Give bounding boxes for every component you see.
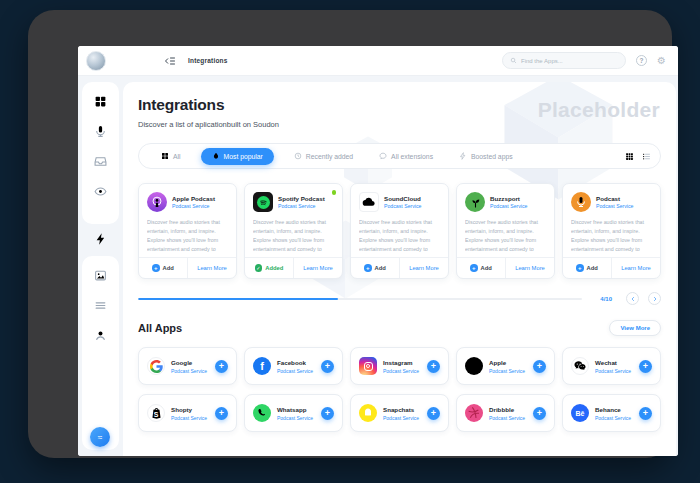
view-more-button[interactable]: View More bbox=[609, 320, 661, 336]
app-tile-snapchats[interactable]: Snapchats Podcast Service + bbox=[350, 394, 449, 432]
list-view-icon[interactable] bbox=[642, 152, 651, 161]
progress-fill bbox=[138, 298, 338, 300]
check-icon: ✓ bbox=[255, 264, 263, 272]
help-icon[interactable]: ? bbox=[636, 55, 647, 66]
gear-icon[interactable]: ⚙ bbox=[657, 56, 666, 66]
facebook-logo-icon: f bbox=[253, 357, 271, 375]
apple-podcast-logo-icon bbox=[147, 192, 167, 212]
learn-more-button[interactable]: Learn More bbox=[188, 258, 236, 278]
whatsapp-logo-icon bbox=[253, 404, 271, 422]
tab-all-extensions[interactable]: All extensions bbox=[379, 152, 433, 160]
main-panel: Placeholder Integrations Discover a list… bbox=[123, 82, 676, 456]
page: Integrations ? ⚙ bbox=[0, 0, 700, 483]
tab-most-popular[interactable]: Most popular bbox=[201, 148, 274, 165]
add-app-button[interactable]: + bbox=[533, 360, 546, 373]
tab-boosted-apps[interactable]: Boosted apps bbox=[459, 152, 513, 160]
sidebar-item-integrations-active[interactable] bbox=[78, 228, 123, 250]
content-area: ≈ Placeholder Integrations Discover a li… bbox=[78, 76, 678, 456]
all-apps-grid: Google Podcast Service + f Facebook Podc… bbox=[138, 347, 661, 432]
breadcrumb: Integrations bbox=[188, 57, 228, 64]
app-card-buzzsport[interactable]: Buzzsport Podcast Service Discover free … bbox=[456, 183, 555, 279]
tab-all[interactable]: All bbox=[161, 152, 181, 160]
card-description: Discover free audio stories that enterta… bbox=[147, 218, 228, 255]
add-app-button[interactable]: + bbox=[427, 407, 440, 420]
image-icon[interactable] bbox=[94, 269, 107, 282]
learn-more-button[interactable]: Learn More bbox=[400, 258, 448, 278]
google-logo-icon bbox=[147, 357, 165, 375]
add-app-button[interactable]: + bbox=[639, 360, 652, 373]
next-page-button[interactable] bbox=[648, 292, 661, 305]
chevron-right-icon bbox=[652, 296, 658, 302]
person-icon[interactable] bbox=[94, 329, 107, 342]
add-button[interactable]: + Add bbox=[139, 258, 187, 278]
user-avatar[interactable] bbox=[86, 51, 106, 71]
add-app-button[interactable]: + bbox=[215, 407, 228, 420]
sidebar-group-bottom bbox=[82, 256, 119, 450]
chevron-left-icon bbox=[630, 296, 636, 302]
behance-logo-icon: Bē bbox=[571, 404, 589, 422]
app-tile-google[interactable]: Google Podcast Service + bbox=[138, 347, 237, 385]
learn-more-button[interactable]: Learn More bbox=[506, 258, 554, 278]
app-tile-apple[interactable]: Apple Podcast Service + bbox=[456, 347, 555, 385]
flame-icon bbox=[212, 152, 220, 160]
app-tile-whatsapp[interactable]: Whatsapp Podcast Service + bbox=[244, 394, 343, 432]
search-input[interactable] bbox=[521, 58, 618, 64]
learn-more-button[interactable]: Learn More bbox=[612, 258, 660, 278]
search-box[interactable] bbox=[502, 52, 626, 69]
dashboard-icon[interactable] bbox=[94, 95, 107, 108]
list-icon[interactable] bbox=[94, 299, 107, 312]
card-description: Discover free audio stories that enterta… bbox=[359, 218, 440, 255]
add-app-button[interactable]: + bbox=[215, 360, 228, 373]
sidebar: ≈ bbox=[78, 76, 123, 456]
app-tile-behance[interactable]: Bē Behance Podcast Service + bbox=[562, 394, 661, 432]
add-app-button[interactable]: + bbox=[427, 360, 440, 373]
inbox-icon[interactable] bbox=[94, 155, 107, 168]
card-description: Discover free audio stories that enterta… bbox=[253, 218, 334, 255]
app-tile-facebook[interactable]: f Facebook Podcast Service + bbox=[244, 347, 343, 385]
instagram-logo-icon bbox=[359, 357, 377, 375]
page-title: Integrations bbox=[138, 96, 661, 114]
card-description: Discover free audio stories that enterta… bbox=[571, 218, 652, 255]
app-tile-dribbble[interactable]: Dribbble Podcast Service + bbox=[456, 394, 555, 432]
add-button[interactable]: + Add bbox=[351, 258, 399, 278]
plus-icon: + bbox=[364, 264, 372, 272]
add-app-button[interactable]: + bbox=[533, 407, 546, 420]
progress-track bbox=[138, 298, 582, 300]
app-tile-wechat[interactable]: Wechat Podcast Service + bbox=[562, 347, 661, 385]
featured-cards: Apple Podcast Podcast Service Discover f… bbox=[138, 183, 661, 279]
app-card-podcast[interactable]: Podcast Podcast Service Discover free au… bbox=[562, 183, 661, 279]
bolt-outline-icon bbox=[459, 152, 467, 160]
bolt-icon bbox=[94, 232, 108, 246]
card-description: Discover free audio stories that enterta… bbox=[465, 218, 546, 255]
carousel-pagination: 4/10 bbox=[138, 292, 661, 305]
app-tile-instagram[interactable]: Instagram Podcast Service + bbox=[350, 347, 449, 385]
add-app-button[interactable]: + bbox=[321, 407, 334, 420]
tab-recently-added[interactable]: Recently added bbox=[294, 152, 353, 160]
prev-page-button[interactable] bbox=[626, 292, 639, 305]
dribbble-logo-icon bbox=[465, 404, 483, 422]
add-button[interactable]: + Add bbox=[563, 258, 611, 278]
plus-icon: + bbox=[470, 264, 478, 272]
added-button[interactable]: ✓ Added bbox=[245, 258, 293, 278]
podcast-logo-icon bbox=[571, 192, 591, 212]
soudon-logo[interactable]: ≈ bbox=[90, 427, 110, 447]
add-app-button[interactable]: + bbox=[321, 360, 334, 373]
grid-view-icon[interactable] bbox=[625, 152, 634, 161]
microphone-icon[interactable] bbox=[94, 125, 107, 138]
sidebar-collapse-icon[interactable] bbox=[164, 55, 176, 67]
app-card-spotify-podcast[interactable]: Spotify Podcast Podcast Service Discover… bbox=[244, 183, 343, 279]
filter-bar: All Most popular Recently added bbox=[138, 143, 661, 169]
apple-logo-icon bbox=[465, 357, 483, 375]
app-tile-shopty[interactable]: S Shopty Podcast Service + bbox=[138, 394, 237, 432]
app-card-soundcloud[interactable]: SoundCloud Podcast Service Discover free… bbox=[350, 183, 449, 279]
soundcloud-logo-icon bbox=[359, 192, 379, 212]
add-button[interactable]: + Add bbox=[457, 258, 505, 278]
add-app-button[interactable]: + bbox=[639, 407, 652, 420]
app-card-apple-podcast[interactable]: Apple Podcast Podcast Service Discover f… bbox=[138, 183, 237, 279]
eye-icon[interactable] bbox=[94, 185, 107, 198]
spotify-logo-icon bbox=[253, 192, 273, 212]
learn-more-button[interactable]: Learn More bbox=[294, 258, 342, 278]
bubble-icon bbox=[379, 152, 387, 160]
topbar: Integrations ? ⚙ bbox=[78, 46, 678, 76]
device-frame: Integrations ? ⚙ bbox=[28, 10, 672, 458]
